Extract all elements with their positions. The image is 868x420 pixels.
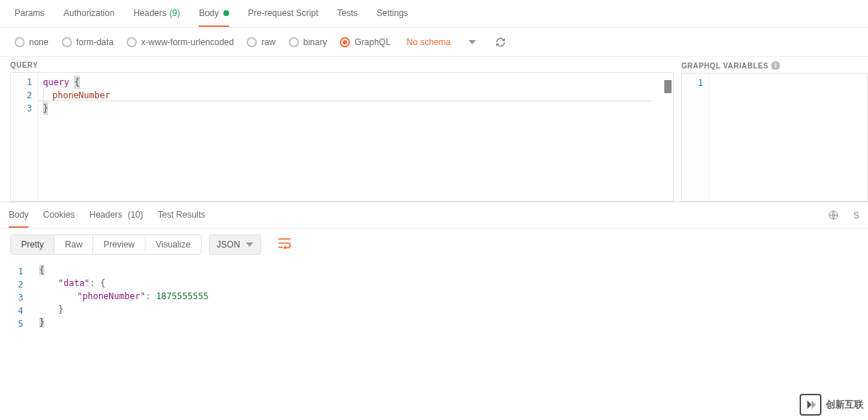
view-preview-button[interactable]: Preview [93,235,146,254]
view-mode-group: Pretty Raw Preview Visualize [10,234,202,255]
code-area[interactable]: { "data": { "phoneNumber": 1875555555 } … [35,262,868,330]
rtab-headers[interactable]: Headers (10) [89,202,143,228]
watermark-logo-icon [800,394,821,416]
body-type-graphql[interactable]: GraphQL [340,37,390,47]
panel-title-query: QUERY [10,61,674,69]
view-pretty-button[interactable]: Pretty [11,235,55,254]
headers-count: (9) [170,8,180,18]
error-marker-icon [664,80,672,93]
dot-indicator-icon [223,10,229,16]
view-visualize-button[interactable]: Visualize [146,235,201,254]
caret-down-icon [246,242,253,247]
body-type-binary[interactable]: binary [289,37,327,47]
response-tabs: Body Cookies Headers (10) Test Results S [0,202,868,229]
radio-icon [127,37,137,47]
rtab-cookies[interactable]: Cookies [43,202,74,228]
truncated-label: S [853,210,859,221]
tab-headers[interactable]: Headers(9) [133,0,180,27]
resp-headers-count: (10) [127,210,143,220]
variables-panel: GRAPHQL VARIABLES i 1 [674,57,868,202]
body-type-form-data[interactable]: form-data [62,37,114,47]
tab-pre-request[interactable]: Pre-request Script [248,0,319,27]
query-editor[interactable]: 1 2 3 query { phoneNumber } [10,72,674,202]
body-type-x-www-form[interactable]: x-www-form-urlencoded [127,37,234,47]
body-type-none[interactable]: none [15,37,49,47]
graphql-panels: QUERY 1 2 3 query { phoneNumber } GRAPHQ… [0,57,868,202]
response-body[interactable]: 1 2 3 4 5 { "data": { "phoneNumber": 187… [0,261,868,330]
request-tabs: Params Authorization Headers(9) Body Pre… [0,0,868,28]
tab-tests[interactable]: Tests [337,0,357,27]
rtab-body[interactable]: Body [9,202,28,228]
watermark-text: 创新互联 [826,398,864,411]
globe-icon[interactable] [828,210,839,221]
tab-settings[interactable]: Settings [377,0,408,27]
watermark: 创新互联 [800,394,864,416]
tab-body[interactable]: Body [199,0,228,27]
query-panel: QUERY 1 2 3 query { phoneNumber } [0,57,674,202]
view-raw-button[interactable]: Raw [55,235,93,254]
radio-icon [289,37,299,47]
radio-icon [247,37,257,47]
refresh-icon[interactable] [495,36,506,48]
wrap-lines-icon[interactable] [277,237,292,253]
body-type-raw[interactable]: raw [247,37,275,47]
gutter: 1 [682,74,709,201]
radio-icon [15,37,25,47]
response-toolbar: Pretty Raw Preview Visualize JSON [0,229,868,261]
info-icon[interactable]: i [771,61,780,70]
code-area[interactable] [709,74,867,201]
format-dropdown[interactable]: JSON [209,234,261,255]
variables-editor[interactable]: 1 [681,73,868,202]
panel-title-vars: GRAPHQL VARIABLES i [681,61,868,70]
code-area[interactable]: query { phoneNumber } [39,73,673,201]
gutter: 1 2 3 4 5 [0,262,35,330]
rtab-test-results[interactable]: Test Results [158,202,205,228]
tab-authorization[interactable]: Authorization [63,0,114,27]
body-type-row: none form-data x-www-form-urlencoded raw… [0,28,868,57]
schema-status[interactable]: No schema [407,37,451,47]
gutter: 1 2 3 [11,73,39,201]
tab-params[interactable]: Params [15,0,44,27]
radio-icon [340,37,350,47]
caret-down-icon[interactable] [469,40,476,44]
radio-icon [62,37,72,47]
